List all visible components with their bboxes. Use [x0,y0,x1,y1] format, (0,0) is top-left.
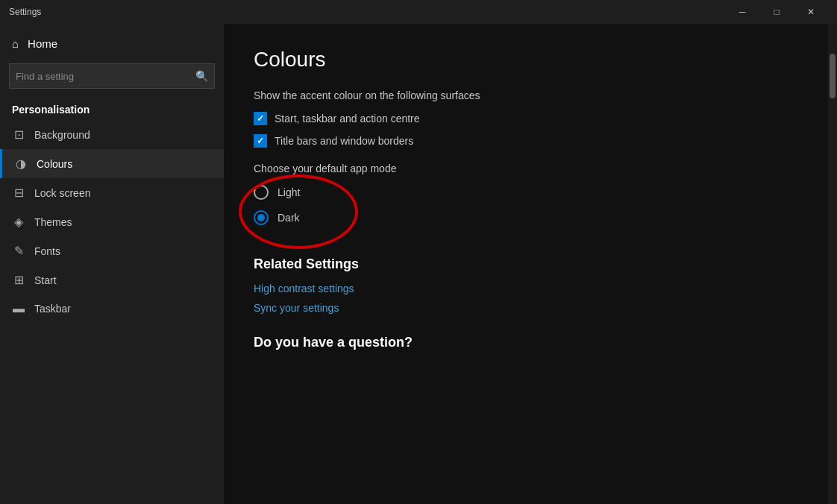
sidebar-item-label: Lock screen [34,187,90,199]
colours-icon: ◑ [14,157,28,171]
radio-label-light: Light [278,186,300,198]
close-button[interactable]: ✕ [794,0,828,24]
checkbox-start-taskbar[interactable]: ✓ [254,112,267,125]
sync-settings-link[interactable]: Sync your settings [254,302,807,314]
search-box[interactable]: 🔍 [9,63,215,89]
radio-row-dark[interactable]: Dark [254,210,300,225]
sidebar-section-title: Personalisation [0,98,224,120]
title-bar: Settings ─ □ ✕ [0,0,837,24]
checkbox-row-title-bars: ✓ Title bars and window borders [254,134,807,148]
window-controls: ─ □ ✕ [725,0,828,24]
question-title: Do you have a question? [254,335,807,350]
app-mode-title: Choose your default app mode [254,163,807,174]
minimize-button[interactable]: ─ [725,0,759,24]
maximize-button[interactable]: □ [759,0,794,24]
sidebar: ⌂ Home 🔍 Personalisation ⊡ Background ◑ … [0,24,224,504]
sidebar-item-background[interactable]: ⊡ Background [0,120,224,149]
accent-section-label: Show the accent colour on the following … [254,89,807,101]
checkbox-row-start-taskbar: ✓ Start, taskbar and action centre [254,112,807,125]
sidebar-item-label: Fonts [34,245,60,257]
themes-icon: ◈ [12,215,25,229]
app-body: ⌂ Home 🔍 Personalisation ⊡ Background ◑ … [0,24,837,504]
sidebar-item-colours[interactable]: ◑ Colours [0,149,224,178]
sidebar-item-label: Themes [34,216,72,228]
checkmark-icon: ✓ [257,136,264,146]
fonts-icon: ✎ [12,244,25,258]
page-title: Colours [254,48,807,72]
home-icon: ⌂ [12,37,19,50]
taskbar-icon: ▬ [12,302,25,315]
search-icon: 🔍 [195,70,208,82]
sidebar-item-start[interactable]: ⊞ Start [0,265,224,294]
checkbox-label-start-taskbar: Start, taskbar and action centre [275,113,420,125]
radio-group-app-mode: Light Dark [254,185,300,236]
lock-screen-icon: ⊟ [12,186,25,200]
sidebar-item-themes[interactable]: ◈ Themes [0,207,224,236]
checkbox-label-title-bars: Title bars and window borders [275,135,413,147]
app-title: Settings [9,7,41,17]
related-settings-title: Related Settings [254,256,807,272]
scrollbar-thumb[interactable] [830,54,836,98]
search-input[interactable] [16,71,195,82]
sidebar-item-taskbar[interactable]: ▬ Taskbar [0,294,224,323]
main-content: Colours Show the accent colour on the fo… [224,24,837,504]
radio-light[interactable] [254,185,269,200]
high-contrast-link[interactable]: High contrast settings [254,283,807,294]
radio-dark[interactable] [254,210,269,225]
home-label: Home [28,37,57,50]
sidebar-item-label: Taskbar [34,303,71,315]
sidebar-item-label: Background [34,129,90,141]
sidebar-item-label: Colours [37,158,72,170]
sidebar-item-fonts[interactable]: ✎ Fonts [0,236,224,265]
sidebar-item-home[interactable]: ⌂ Home [0,30,224,57]
checkbox-title-bars[interactable]: ✓ [254,134,267,148]
sidebar-item-lock-screen[interactable]: ⊟ Lock screen [0,178,224,207]
background-icon: ⊡ [12,127,25,142]
radio-label-dark: Dark [278,212,300,224]
radio-row-light[interactable]: Light [254,185,300,200]
radio-selected-indicator [257,214,265,221]
scrollbar-track[interactable] [828,24,837,504]
checkmark-icon: ✓ [257,113,264,124]
start-icon: ⊞ [12,273,25,287]
sidebar-item-label: Start [34,274,57,286]
